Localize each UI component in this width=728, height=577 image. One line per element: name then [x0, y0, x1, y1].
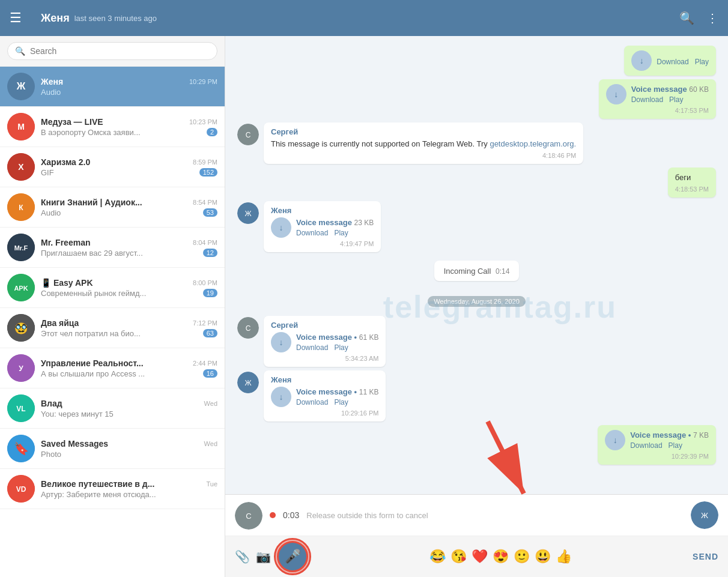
download-btn-m1[interactable]: ↓ [631, 50, 652, 71]
msg-avatar-sergey2: С [237, 317, 259, 339]
download-arrow-m2: ↓ [614, 89, 618, 99]
chat-name-upravlenie: Управление Реальност... [41, 358, 144, 368]
chat-info-easy: 📱 Easy APK 8:00 PM Современный рынок гей… [41, 278, 217, 298]
message-row-m6: С Сергей ↓ Voice message • 61 KB Downloa… [237, 316, 716, 367]
search-icon[interactable]: 🔍 [679, 11, 694, 25]
voice-info-m8: Voice message • 7 KB Download Play [630, 430, 709, 450]
msg-time-m3: 4:18:46 PM [271, 152, 576, 159]
chat-info-velikoe: Великое путешествие в д... Tue Артур: За… [41, 479, 217, 499]
download-link-m5[interactable]: Download [296, 229, 328, 237]
chat-info-harizma: Харизма 2.0 8:59 PM GIF 152 [41, 157, 217, 177]
chat-preview-easy: Современный рынок геймд... [41, 289, 199, 298]
download-arrow-m1: ↓ [640, 56, 644, 65]
chat-preview-harizma: GIF [41, 168, 196, 177]
play-link-m1[interactable]: Play [695, 58, 709, 66]
svg-text:У: У [19, 364, 23, 373]
sender-avatar-input: С [235, 502, 262, 530]
svg-text:M: M [17, 122, 25, 131]
download-btn-m2[interactable]: ↓ [606, 84, 626, 104]
voice-message-m5: ↓ Voice message 23 KB Download Play [271, 217, 374, 238]
download-link-m6[interactable]: Download [296, 343, 328, 352]
download-link-m2[interactable]: Download [631, 95, 663, 104]
chat-item-velikoe[interactable]: VD Великое путешествие в д... Tue Артур:… [0, 469, 225, 509]
chat-item-knigi[interactable]: К Книги Знаний | Аудиок... 8:54 PM Audio… [0, 187, 225, 228]
emoji-laughing[interactable]: 😂 [429, 549, 446, 564]
message-bubble-m4: беги 4:18:53 PM [668, 168, 716, 198]
chat-preview-saved: Photo [41, 450, 217, 459]
svg-text:Ж: Ж [244, 210, 251, 218]
chat-preview-freeman: Приглашаем вас 29 август... [41, 249, 199, 258]
msg-time-m2: 4:17:53 PM [606, 107, 709, 114]
avatar-knigi: К [7, 193, 35, 221]
download-btn-m5[interactable]: ↓ [271, 217, 291, 238]
send-button[interactable]: SEND [693, 552, 718, 561]
download-link-m8[interactable]: Download [630, 441, 662, 450]
download-link-m7[interactable]: Download [296, 398, 328, 406]
play-link-m8[interactable]: Play [669, 441, 682, 450]
sidebar: 🔍 Ж Женя 10:29 PM Audio [0, 36, 225, 577]
recording-bar: С 0:03 Release outside this form to canc… [225, 495, 728, 536]
chat-time-dva: 7:12 PM [193, 319, 217, 327]
attach-icon[interactable]: 📎 [235, 549, 250, 564]
msg-text-m3: This message is currently not supported … [271, 139, 576, 150]
telegram-link[interactable]: getdesktop.telegram.org. [490, 139, 576, 148]
msg-time-m8: 10:29:39 PM [605, 453, 709, 460]
message-row-m7: Ж Женя ↓ Voice message • 11 KB Download … [237, 370, 716, 421]
top-bar: ☰ Женя last seen 3 minutes ago 🔍 ⋮ [0, 0, 728, 36]
avatar-vlad: VL [7, 394, 35, 422]
avatar-easy: APK [7, 274, 35, 301]
date-divider: Wednesday, August 26, 2020 [237, 295, 716, 306]
chat-name-velikoe: Великое путешествие в д... [41, 479, 154, 489]
badge-medusa: 2 [207, 128, 217, 136]
recipient-avatar: Ж [691, 501, 718, 529]
mic-button[interactable]: 🎤 [277, 541, 308, 572]
menu-icon[interactable]: ☰ [10, 10, 22, 26]
chat-item-vlad[interactable]: VL Влад Wed You: через минут 15 [0, 388, 225, 429]
download-btn-m7[interactable]: ↓ [271, 387, 291, 407]
emoji-thumbsup[interactable]: 👍 [556, 549, 572, 564]
avatar-saved: 🔖 [7, 435, 35, 462]
avatar-velikoe: VD [7, 475, 35, 503]
camera-icon[interactable]: 📷 [256, 549, 271, 564]
chat-item-medusa[interactable]: M Медуза — LIVE 10:23 PM В аэропорту Омс… [0, 107, 225, 147]
chat-item-easy[interactable]: APK 📱 Easy APK 8:00 PM Современный рынок… [0, 268, 225, 308]
search-input-wrap[interactable]: 🔍 [7, 42, 217, 60]
msg-text-m4: беги [675, 172, 709, 183]
chat-time-upravlenie: 2:44 PM [193, 360, 217, 367]
chat-item-freeman[interactable]: Mr.F Mr. Freeman 8:04 PM Приглашаем вас … [0, 228, 225, 268]
message-bubble-m1: ↓ Download Play [624, 46, 716, 76]
emoji-kiss[interactable]: 😘 [450, 549, 467, 564]
download-link-m1[interactable]: Download [657, 58, 688, 66]
chat-name-freeman: Mr. Freeman [41, 238, 90, 247]
messages-container: ↓ Download Play [225, 36, 728, 494]
play-link-m2[interactable]: Play [669, 95, 683, 104]
search-input[interactable] [30, 46, 210, 56]
download-arrow-m7: ↓ [279, 392, 284, 402]
play-link-m5[interactable]: Play [334, 229, 348, 237]
play-link-m7[interactable]: Play [334, 398, 348, 406]
chat-info-freeman: Mr. Freeman 8:04 PM Приглашаем вас 29 ав… [41, 238, 217, 258]
svg-text:Ж: Ж [701, 511, 708, 520]
download-btn-m6[interactable]: ↓ [271, 332, 291, 352]
download-btn-m8[interactable]: ↓ [605, 430, 625, 450]
chat-time-knigi: 8:54 PM [193, 199, 217, 206]
emoji-smile[interactable]: 🙂 [514, 549, 530, 564]
chat-name-easy: 📱 Easy APK [41, 278, 93, 288]
message-row-m5: Ж Женя ↓ Voice message 23 KB Download Pl… [237, 201, 716, 252]
message-row-m3: С Сергей This message is currently not s… [237, 122, 716, 164]
more-icon[interactable]: ⋮ [706, 11, 718, 25]
chat-item-saved[interactable]: 🔖 Saved Messages Wed Photo [0, 429, 225, 469]
chat-item-zhenya[interactable]: Ж Женя 10:29 PM Audio [0, 67, 225, 107]
chat-time-saved: Wed [204, 440, 217, 447]
play-link-m6[interactable]: Play [334, 343, 348, 352]
chat-item-dva[interactable]: 🥸 Два яйца 7:12 PM Этот чел потратил на … [0, 308, 225, 348]
avatar-dva: 🥸 [7, 314, 35, 342]
emoji-heart[interactable]: ❤️ [472, 549, 488, 564]
emoji-grin[interactable]: 😃 [535, 549, 551, 564]
chat-preview-velikoe: Артур: Заберите меня отсюда... [41, 490, 217, 499]
chat-item-upravlenie[interactable]: У Управление Реальност... 2:44 PM А вы с… [0, 348, 225, 388]
emoji-love-eyes[interactable]: 😍 [493, 549, 509, 564]
chat-item-harizma[interactable]: Х Харизма 2.0 8:59 PM GIF 152 [0, 147, 225, 187]
chat-info-upravlenie: Управление Реальност... 2:44 PM А вы слы… [41, 358, 217, 378]
message-row-m4: беги 4:18:53 PM [237, 168, 716, 198]
